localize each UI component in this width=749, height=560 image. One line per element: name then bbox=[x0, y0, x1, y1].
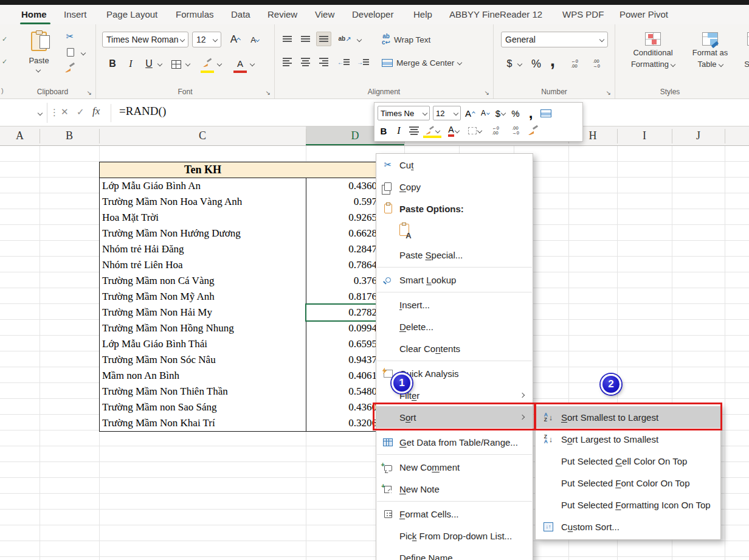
tab-power-pivot[interactable]: Power Pivot bbox=[620, 7, 668, 22]
menu-item-new-note[interactable]: New Note bbox=[376, 478, 533, 500]
cell-c7[interactable]: Hoa Mặt Trời bbox=[99, 210, 306, 226]
number-dialog-launcher-icon[interactable]: ↘ bbox=[606, 89, 611, 96]
column-header-b[interactable]: B bbox=[40, 126, 99, 145]
top-align-button[interactable] bbox=[280, 32, 295, 46]
italic-button[interactable]: I bbox=[124, 56, 137, 72]
mini-increase-decimal-button[interactable]: ←0 .00 bbox=[487, 123, 504, 138]
mini-fill-color-button[interactable] bbox=[423, 123, 441, 138]
mini-format-painter-button[interactable] bbox=[527, 123, 539, 138]
menu-item-paste-special[interactable]: Paste Special... bbox=[376, 244, 533, 266]
number-format-select[interactable]: General bbox=[501, 32, 608, 47]
clipboard-dialog-launcher-icon[interactable]: ↘ bbox=[87, 89, 92, 96]
underline-button[interactable]: U bbox=[142, 56, 156, 72]
tab-developer[interactable]: Developer bbox=[352, 7, 393, 22]
bottom-align-button[interactable] bbox=[316, 32, 331, 46]
font-size-select[interactable]: 12 bbox=[192, 32, 221, 47]
font-color-chevron[interactable] bbox=[250, 61, 255, 66]
cell-c11[interactable]: Trường Mầm non Cá Vàng bbox=[99, 273, 306, 289]
comma-style-button[interactable]: , bbox=[547, 51, 558, 69]
menu-item-format-cells[interactable]: Format Cells... bbox=[376, 503, 533, 525]
orientation-button[interactable]: ab↗ bbox=[337, 32, 353, 46]
submenu-item-sort-largest-smallest[interactable]: ZA↓ Sort Largest to Smallest bbox=[536, 428, 720, 450]
mini-bold-button[interactable]: B bbox=[378, 123, 390, 138]
tab-wps-pdf[interactable]: WPS PDF bbox=[562, 7, 604, 22]
formula-input[interactable]: =RAND() bbox=[119, 105, 166, 118]
menu-item-delete[interactable]: Delete... bbox=[376, 316, 533, 337]
conditional-formatting-button[interactable]: Conditional Formatting bbox=[624, 27, 682, 74]
submenu-item-cell-color-on-top[interactable]: Put Selected Cell Color On Top bbox=[536, 450, 720, 472]
cell-c18[interactable]: Trường Mầm Non Thiên Thần bbox=[99, 384, 306, 400]
menu-item-insert[interactable]: Insert... bbox=[376, 294, 533, 316]
orientation-chevron[interactable] bbox=[357, 37, 362, 42]
cell-c10[interactable]: Nhóm trẻ Liên Hoa bbox=[99, 257, 306, 274]
cell-c12[interactable]: Trường Mầm Non Mỹ Anh bbox=[99, 289, 306, 305]
increase-decimal-button[interactable]: ←0 .00 bbox=[565, 56, 584, 72]
menu-item-new-comment[interactable]: New Comment bbox=[376, 456, 533, 478]
menu-item-define-name[interactable]: Define Name... bbox=[376, 547, 533, 560]
cell-c20[interactable]: Trường Mầm Non Khai Trí bbox=[99, 415, 306, 432]
merge-center-button[interactable]: Merge & Center bbox=[382, 56, 485, 69]
mini-font-name-select[interactable]: Times Ne bbox=[378, 106, 430, 120]
mini-merge-center-button[interactable] bbox=[540, 106, 552, 120]
format-as-table-button[interactable]: Format as Table bbox=[686, 27, 734, 74]
increase-indent-button[interactable]: → bbox=[355, 55, 371, 69]
cut-button[interactable]: ✂ bbox=[63, 30, 77, 43]
tab-review[interactable]: Review bbox=[268, 7, 297, 22]
mini-currency-button[interactable]: $ bbox=[494, 106, 506, 120]
copy-dropdown-chevron[interactable] bbox=[81, 50, 86, 55]
align-left-button[interactable] bbox=[280, 55, 295, 69]
font-color-button[interactable]: A bbox=[233, 56, 247, 71]
tab-page-layout[interactable]: Page Layout bbox=[106, 7, 157, 22]
alignment-dialog-launcher-icon[interactable]: ↘ bbox=[485, 89, 489, 96]
font-name-select[interactable]: Times New Roman bbox=[102, 32, 188, 47]
tab-data[interactable]: Data bbox=[231, 7, 250, 22]
fx-icon[interactable]: fx bbox=[92, 105, 100, 117]
menu-item-cut[interactable]: ✂Cut bbox=[376, 154, 533, 176]
menu-item-clear-contents[interactable]: Clear Contents bbox=[376, 337, 533, 359]
tab-home[interactable]: Home bbox=[21, 7, 47, 22]
mini-center-button[interactable] bbox=[408, 123, 420, 138]
increase-font-size-button[interactable]: A bbox=[227, 32, 243, 47]
decrease-indent-button[interactable]: ← bbox=[336, 55, 351, 69]
mini-italic-button[interactable]: I bbox=[393, 123, 405, 138]
tab-insert[interactable]: Insert bbox=[64, 7, 87, 22]
cell-c13[interactable]: Trường Mầm Non Hải My bbox=[99, 305, 306, 321]
mini-borders-button[interactable] bbox=[466, 123, 484, 138]
cell-c19[interactable]: Trường Mầm non Sao Sáng bbox=[99, 399, 306, 416]
submenu-item-custom-sort[interactable]: ↓↑ Custom Sort... bbox=[536, 516, 720, 538]
menu-item-copy[interactable]: Copy bbox=[376, 176, 533, 198]
tab-formulas[interactable]: Formulas bbox=[176, 7, 214, 22]
currency-chevron[interactable] bbox=[517, 61, 522, 66]
fill-color-button[interactable] bbox=[201, 56, 214, 71]
tab-view[interactable]: View bbox=[315, 7, 334, 22]
cancel-formula-icon[interactable]: ✕ bbox=[61, 106, 69, 117]
paste-values-button[interactable]: A bbox=[399, 224, 414, 240]
tab-abbyy-finereader[interactable]: ABBYY FineReader 12 bbox=[449, 7, 542, 22]
mini-percent-button[interactable]: % bbox=[509, 106, 522, 120]
percent-button[interactable]: % bbox=[529, 56, 544, 72]
bold-button[interactable]: B bbox=[106, 56, 119, 72]
paste-button[interactable] bbox=[26, 28, 52, 55]
mini-font-size-select[interactable]: 12 bbox=[433, 106, 461, 120]
currency-button[interactable]: $ bbox=[503, 56, 516, 72]
cell-c5[interactable]: Lớp Mẫu Giáo Bình An bbox=[99, 178, 306, 195]
decrease-font-size-button[interactable]: A bbox=[247, 32, 263, 47]
table-header-cell[interactable]: Ten KH bbox=[99, 162, 306, 178]
wrap-text-button[interactable]: abc↩ Wrap Text bbox=[382, 33, 473, 46]
column-header-a[interactable]: A bbox=[0, 126, 40, 145]
submenu-item-formatting-icon-on-top[interactable]: Put Selected Formatting Icon On Top bbox=[536, 494, 720, 516]
name-box[interactable] bbox=[0, 103, 47, 123]
tab-help[interactable]: Help bbox=[413, 7, 432, 22]
cell-c17[interactable]: Mầm non An Bình bbox=[99, 368, 306, 384]
column-header-j[interactable]: J bbox=[672, 126, 725, 145]
cell-styles-button[interactable]: Cel Styles bbox=[737, 27, 749, 74]
cell-c14[interactable]: Trường Mầm Non Hồng Nhung bbox=[99, 320, 306, 337]
mini-decrease-decimal-button[interactable]: .00 →0 bbox=[507, 123, 524, 138]
mini-decrease-font-button[interactable]: A bbox=[479, 106, 491, 120]
submenu-item-font-color-on-top[interactable]: Put Selected Font Color On Top bbox=[536, 472, 720, 494]
format-painter-button[interactable] bbox=[63, 62, 77, 74]
align-right-button[interactable] bbox=[316, 55, 331, 69]
mini-comma-button[interactable]: , bbox=[525, 106, 537, 120]
cell-c16[interactable]: Trường Mầm Non Sóc Nâu bbox=[99, 352, 306, 368]
middle-align-button[interactable] bbox=[298, 32, 313, 46]
